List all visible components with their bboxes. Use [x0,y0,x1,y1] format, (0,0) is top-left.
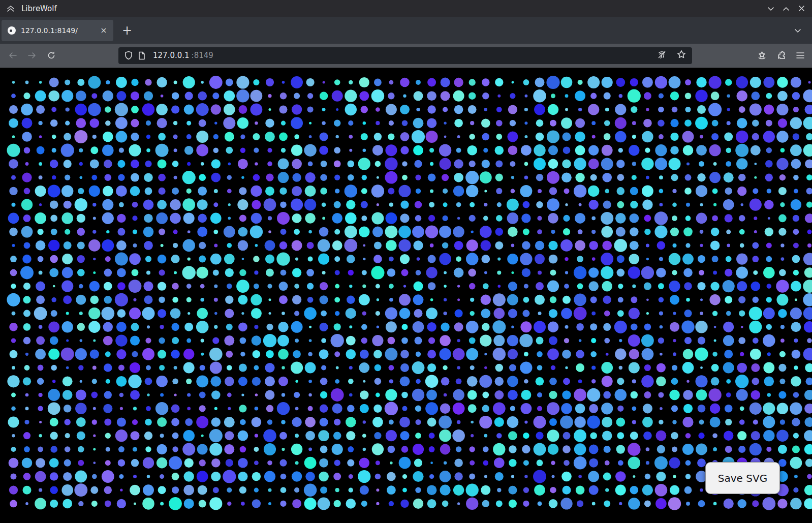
window-controls [763,2,809,16]
tab-list-chevron-icon[interactable] [791,23,805,38]
minimize-button[interactable] [763,2,778,16]
forward-button[interactable] [22,47,42,64]
tab-title: 127.0.0.1:8149/ [21,26,97,35]
url-host: 127.0.0.1 [153,51,190,60]
close-window-button[interactable] [794,2,809,16]
tab-favicon-icon [8,26,16,35]
save-svg-button[interactable]: Save SVG [705,462,780,494]
shield-icon[interactable] [124,51,133,60]
bookmark-star-icon[interactable] [677,50,686,61]
url-bar[interactable]: 127.0.0.1:8149 [118,47,692,64]
reload-button[interactable] [42,47,61,64]
new-tab-button[interactable]: + [118,22,136,39]
tab-close-icon[interactable]: × [97,24,110,37]
dot-field [0,68,812,523]
app-title: LibreWolf [21,4,57,13]
maximize-button[interactable] [778,2,794,16]
double-chevron-up-icon[interactable] [6,5,15,13]
urlbar-right-icons [657,50,686,61]
back-button[interactable] [3,47,22,64]
window-titlebar: LibreWolf [0,0,812,17]
hamburger-menu-icon[interactable] [791,47,810,64]
url-port: :8149 [192,51,213,60]
library-star-tray-icon[interactable] [752,47,771,64]
page-content: Save SVG [0,68,812,523]
tab-active[interactable]: 127.0.0.1:8149/ × [2,20,113,41]
tab-bar: 127.0.0.1:8149/ × + [0,17,812,44]
navigation-toolbar: 127.0.0.1:8149 [0,44,812,68]
page-icon[interactable] [138,51,145,60]
fingerprint-blocked-icon[interactable] [657,50,667,61]
extensions-puzzle-icon[interactable] [771,47,791,64]
